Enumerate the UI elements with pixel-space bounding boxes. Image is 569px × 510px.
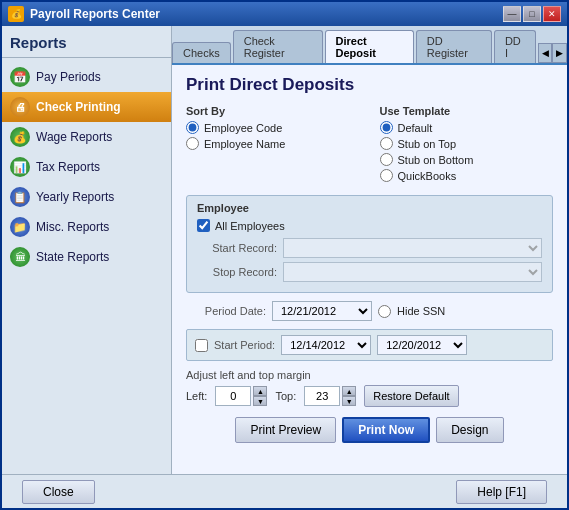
sidebar-header: Reports: [2, 30, 171, 58]
print-preview-button[interactable]: Print Preview: [235, 417, 336, 443]
right-panel: Checks Check Register Direct Deposit DD …: [172, 26, 567, 474]
top-spinner-down[interactable]: ▼: [342, 396, 356, 406]
minimize-button[interactable]: —: [503, 6, 521, 22]
pay-periods-icon: 📅: [10, 67, 30, 87]
action-buttons: Print Preview Print Now Design: [186, 417, 553, 443]
sidebar-item-tax-reports[interactable]: 📊 Tax Reports: [2, 152, 171, 182]
all-employees-row: All Employees: [197, 219, 542, 232]
period-date-row: Period Date: 12/21/2012 Hide SSN: [186, 301, 553, 321]
employee-section: Employee All Employees Start Record: Sto…: [186, 195, 553, 293]
help-button[interactable]: Help [F1]: [456, 480, 547, 504]
sidebar: Reports 📅 Pay Periods 🖨 Check Printing 💰…: [2, 26, 172, 474]
stop-record-select[interactable]: [283, 262, 542, 282]
hide-ssn-row: Hide SSN: [378, 305, 445, 318]
all-employees-checkbox[interactable]: [197, 219, 210, 232]
tab-direct-deposit[interactable]: Direct Deposit: [325, 30, 414, 65]
template-stub-bottom-row: Stub on Bottom: [380, 153, 554, 166]
state-reports-icon: 🏛: [10, 247, 30, 267]
start-period-checkbox[interactable]: [195, 339, 208, 352]
start-period-date2-select[interactable]: 12/20/2012: [377, 335, 467, 355]
maximize-button[interactable]: □: [523, 6, 541, 22]
top-spinner-buttons: ▲ ▼: [342, 386, 356, 406]
hide-ssn-radio[interactable]: [378, 305, 391, 318]
template-quickbooks-label: QuickBooks: [398, 170, 457, 182]
sort-employee-name-row: Employee Name: [186, 137, 360, 150]
template-quickbooks-radio[interactable]: [380, 169, 393, 182]
tab-dd-extra[interactable]: DD I: [494, 30, 536, 63]
use-template-label: Use Template: [380, 105, 554, 117]
bottom-bar: Close Help [F1]: [2, 474, 567, 508]
employee-section-label: Employee: [197, 202, 542, 214]
margin-top-label: Top:: [275, 390, 296, 402]
start-record-row: Start Record:: [197, 238, 542, 258]
tab-nav-prev[interactable]: ◀: [538, 43, 553, 63]
sidebar-item-wage-reports[interactable]: 💰 Wage Reports: [2, 122, 171, 152]
use-template-group: Use Template Default Stub on Top Stub on…: [380, 105, 554, 185]
template-default-radio[interactable]: [380, 121, 393, 134]
content-area: Print Direct Deposits Sort By Employee C…: [172, 65, 567, 474]
tab-bar: Checks Check Register Direct Deposit DD …: [172, 26, 567, 65]
sort-by-label: Sort By: [186, 105, 360, 117]
template-default-row: Default: [380, 121, 554, 134]
title-bar: 💰 Payroll Reports Center — □ ✕: [2, 2, 567, 26]
sidebar-item-yearly-reports[interactable]: 📋 Yearly Reports: [2, 182, 171, 212]
top-spinner-up[interactable]: ▲: [342, 386, 356, 396]
sidebar-label-check-printing: Check Printing: [36, 100, 121, 114]
sidebar-item-misc-reports[interactable]: 📁 Misc. Reports: [2, 212, 171, 242]
window-controls: — □ ✕: [503, 6, 561, 22]
close-button[interactable]: Close: [22, 480, 95, 504]
sort-employee-name-label: Employee Name: [204, 138, 285, 150]
all-employees-label: All Employees: [215, 220, 285, 232]
sort-employee-code-label: Employee Code: [204, 122, 282, 134]
left-spinner-up[interactable]: ▲: [253, 386, 267, 396]
sort-employee-name-radio[interactable]: [186, 137, 199, 150]
period-date-select[interactable]: 12/21/2012: [272, 301, 372, 321]
window-title: Payroll Reports Center: [30, 7, 497, 21]
sidebar-label-state-reports: State Reports: [36, 250, 109, 264]
top-spinner-input[interactable]: 23: [304, 386, 340, 406]
tab-checks[interactable]: Checks: [172, 42, 231, 63]
main-content: Reports 📅 Pay Periods 🖨 Check Printing 💰…: [2, 26, 567, 474]
tab-dd-register[interactable]: DD Register: [416, 30, 492, 63]
template-quickbooks-row: QuickBooks: [380, 169, 554, 182]
left-spinner-buttons: ▲ ▼: [253, 386, 267, 406]
stop-record-label: Stop Record:: [197, 266, 277, 278]
template-stub-top-radio[interactable]: [380, 137, 393, 150]
sidebar-item-pay-periods[interactable]: 📅 Pay Periods: [2, 62, 171, 92]
sidebar-label-yearly-reports: Yearly Reports: [36, 190, 114, 204]
start-period-date1-select[interactable]: 12/14/2012: [281, 335, 371, 355]
sort-template-row: Sort By Employee Code Employee Name Use …: [186, 105, 553, 185]
hide-ssn-label: Hide SSN: [397, 305, 445, 317]
misc-reports-icon: 📁: [10, 217, 30, 237]
start-period-section: Start Period: 12/14/2012 12/20/2012: [186, 329, 553, 361]
content-title: Print Direct Deposits: [186, 75, 553, 95]
sort-employee-code-radio[interactable]: [186, 121, 199, 134]
left-spinner-group: 0 ▲ ▼: [215, 386, 267, 406]
stop-record-row: Stop Record:: [197, 262, 542, 282]
tab-check-register[interactable]: Check Register: [233, 30, 323, 63]
restore-default-button[interactable]: Restore Default: [364, 385, 458, 407]
sidebar-item-state-reports[interactable]: 🏛 State Reports: [2, 242, 171, 272]
margin-label: Adjust left and top margin: [186, 369, 553, 381]
sidebar-label-pay-periods: Pay Periods: [36, 70, 101, 84]
main-window: 💰 Payroll Reports Center — □ ✕ Reports 📅…: [0, 0, 569, 510]
tax-reports-icon: 📊: [10, 157, 30, 177]
start-record-select[interactable]: [283, 238, 542, 258]
sidebar-label-tax-reports: Tax Reports: [36, 160, 100, 174]
left-spinner-input[interactable]: 0: [215, 386, 251, 406]
app-icon: 💰: [8, 6, 24, 22]
tab-nav-next[interactable]: ▶: [552, 43, 567, 63]
left-spinner-down[interactable]: ▼: [253, 396, 267, 406]
period-date-label: Period Date:: [186, 305, 266, 317]
sidebar-label-misc-reports: Misc. Reports: [36, 220, 109, 234]
sidebar-item-check-printing[interactable]: 🖨 Check Printing: [2, 92, 171, 122]
check-printing-icon: 🖨: [10, 97, 30, 117]
sort-employee-code-row: Employee Code: [186, 121, 360, 134]
template-stub-bottom-radio[interactable]: [380, 153, 393, 166]
start-period-label: Start Period:: [214, 339, 275, 351]
yearly-reports-icon: 📋: [10, 187, 30, 207]
design-button[interactable]: Design: [436, 417, 503, 443]
print-now-button[interactable]: Print Now: [342, 417, 430, 443]
close-window-button[interactable]: ✕: [543, 6, 561, 22]
sidebar-label-wage-reports: Wage Reports: [36, 130, 112, 144]
